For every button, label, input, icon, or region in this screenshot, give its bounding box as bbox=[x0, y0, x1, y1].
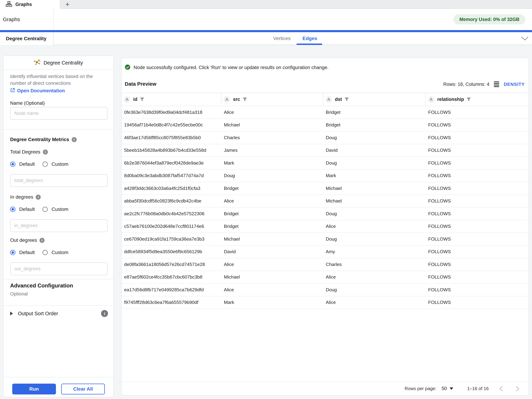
table-cell: Alice bbox=[323, 271, 426, 283]
network-node-icon bbox=[34, 59, 41, 67]
table-cell: Mark bbox=[323, 170, 426, 182]
table-cell: FOLLOWS bbox=[426, 119, 528, 131]
radio-default[interactable] bbox=[10, 161, 15, 167]
tab-edges[interactable]: Edges bbox=[303, 32, 317, 45]
table-row: 8d0ba09c3e3abdb3087faf5477d74a7dDougMark… bbox=[122, 170, 528, 182]
info-icon[interactable]: i bbox=[36, 195, 41, 200]
clear-all-button[interactable]: Clear All bbox=[61, 384, 105, 394]
active-tab-underline bbox=[297, 44, 322, 45]
app-header: Graphs Memory Used: 0% of 32GB bbox=[0, 9, 532, 30]
status-message: Node successfully configured. Click 'Run… bbox=[125, 64, 329, 71]
table-cell: Doug bbox=[222, 170, 323, 182]
chevron-down-icon[interactable] bbox=[521, 35, 529, 43]
out-degrees-input[interactable] bbox=[10, 263, 108, 275]
table-cell: David bbox=[222, 246, 323, 258]
table-cell: FOLLOWS bbox=[426, 233, 528, 245]
action-buttons: Run Clear All bbox=[4, 384, 113, 394]
table-cell: Doug bbox=[323, 233, 426, 245]
in-degrees-input[interactable] bbox=[10, 219, 108, 232]
tab-vertices[interactable]: Vertices bbox=[273, 32, 291, 45]
filter-funnel-icon[interactable] bbox=[344, 97, 349, 102]
table-row: de08fa3661a18056d57e26cd74571e28AliceCha… bbox=[122, 258, 528, 271]
node-name-input[interactable] bbox=[10, 107, 108, 120]
divider bbox=[4, 377, 113, 377]
type-string-icon: A bbox=[325, 96, 332, 103]
filter-funnel-icon[interactable] bbox=[140, 97, 144, 102]
table-cell: ea17d56d8fb717e0499285ca7b629dfd bbox=[122, 283, 222, 296]
name-field-label: Name (Optional) bbox=[10, 101, 45, 106]
table-cell: Alice bbox=[222, 258, 323, 271]
table-cell: 5beeb1b45828a4b893b67b4cd33e558d bbox=[122, 144, 222, 157]
column-header-dst[interactable]: A dst bbox=[323, 93, 426, 106]
table-cell: FOLLOWS bbox=[426, 220, 528, 233]
pagination-range: 1–16 of 16 bbox=[467, 386, 489, 391]
column-header-id[interactable]: A id bbox=[122, 93, 222, 106]
metric-label: In degreesi bbox=[10, 194, 108, 200]
pagination-bar: Rows per page: 50 1–16 of 16 bbox=[122, 382, 528, 395]
open-documentation-link[interactable]: Open Documentation bbox=[10, 88, 65, 94]
radio-default[interactable] bbox=[10, 207, 15, 212]
info-icon[interactable]: i bbox=[39, 238, 44, 243]
table-row: abba5f30dcdf56c0823f6c9cdb42c4beAliceMic… bbox=[122, 195, 528, 208]
table-row: 6b2e3876044ef3a879ecf0428de9ae3eMarkDoug… bbox=[122, 157, 528, 170]
advanced-config-title: Advanced Configuration bbox=[10, 283, 73, 289]
panel-title: Degree Centrality bbox=[4, 56, 113, 70]
info-icon[interactable]: i bbox=[72, 137, 77, 142]
info-icon[interactable]: i bbox=[101, 310, 108, 317]
table-cell: Mark bbox=[222, 157, 323, 169]
table-cell: James bbox=[222, 144, 323, 157]
table-cell: ae2c2fc776b08a0db0c4b42e57522306 bbox=[122, 207, 222, 220]
panel-description: Identify influential vertices based on t… bbox=[10, 73, 108, 87]
column-header-src[interactable]: A src bbox=[222, 93, 323, 106]
type-string-icon: A bbox=[223, 96, 230, 103]
metric-label: Out degreesi bbox=[10, 237, 108, 243]
tab-degree-centrality[interactable]: Degree Centrality bbox=[0, 32, 53, 45]
info-icon[interactable]: i bbox=[43, 149, 48, 154]
table-cell: FOLLOWS bbox=[426, 106, 528, 119]
table-cell: FOLLOWS bbox=[426, 246, 528, 258]
metric-label: Total Degreesi bbox=[10, 149, 108, 155]
table-cell: FOLLOWS bbox=[426, 195, 528, 207]
divider bbox=[4, 129, 113, 129]
filter-funnel-icon[interactable] bbox=[466, 97, 471, 102]
radio-custom[interactable] bbox=[43, 207, 48, 212]
browser-tab-graphs[interactable]: Graphs bbox=[0, 0, 60, 9]
density-icon[interactable] bbox=[494, 82, 499, 87]
table-cell: Mark bbox=[222, 296, 323, 309]
table-cell: Amy bbox=[323, 246, 426, 258]
table-body: 0fe363e7638d39f0ed9a04dcf481a318AliceBri… bbox=[122, 106, 528, 309]
table-cell: David bbox=[323, 144, 426, 157]
table-cell: FOLLOWS bbox=[426, 258, 528, 271]
table-cell: 6b2e3876044ef3a879ecf0428de9ae3e bbox=[122, 157, 222, 169]
header-divider bbox=[53, 9, 54, 30]
table-cell: e87ae5f602ce4fcc35b67cbc607bc3b8 bbox=[122, 271, 222, 283]
density-toggle[interactable]: DENSITY bbox=[504, 82, 525, 87]
table-cell: FOLLOWS bbox=[426, 283, 528, 296]
column-header-relationship[interactable]: A relationship bbox=[426, 93, 528, 106]
table-row: f9745fff28d63c6ea7f6a655579b90dfMarkAlic… bbox=[122, 296, 528, 309]
output-sort-order-expander[interactable]: Output Sort Order i bbox=[10, 310, 108, 317]
run-button[interactable]: Run bbox=[12, 384, 56, 394]
chevron-left-icon[interactable] bbox=[497, 385, 505, 393]
table-cell: Michael bbox=[323, 195, 426, 207]
table-row: ea17d56d8fb717e0499285ca7b629dfdAliceDou… bbox=[122, 283, 528, 296]
memory-usage-badge: Memory Used: 0% of 32GB bbox=[453, 14, 525, 25]
table-row: 5beeb1b45828a4b893b67b4cd33e558dJamesDav… bbox=[122, 144, 528, 157]
radio-custom[interactable] bbox=[43, 250, 48, 255]
radio-default[interactable] bbox=[10, 250, 15, 255]
filter-funnel-icon[interactable] bbox=[243, 97, 247, 102]
new-tab-button[interactable] bbox=[63, 0, 72, 8]
table-cell: Charles bbox=[222, 131, 323, 144]
table-row: e87ae5f602ce4fcc35b67cbc607bc3b8MichaelA… bbox=[122, 271, 528, 284]
total-degrees-input[interactable] bbox=[10, 174, 108, 187]
rows-per-page-select[interactable]: 50 bbox=[442, 386, 453, 391]
radio-custom[interactable] bbox=[43, 161, 48, 167]
type-string-icon: A bbox=[124, 96, 130, 103]
results-panel: Node successfully configured. Click 'Run… bbox=[121, 58, 529, 395]
table-cell: Charles bbox=[323, 258, 426, 271]
chevron-right-icon[interactable] bbox=[513, 385, 521, 393]
table-header: A id A src A dst A relationship bbox=[122, 93, 528, 106]
table-cell: FOLLOWS bbox=[426, 170, 528, 182]
node-config-panel: Degree Centrality Identify influential v… bbox=[3, 56, 114, 397]
table-cell: Bridget bbox=[323, 119, 426, 131]
